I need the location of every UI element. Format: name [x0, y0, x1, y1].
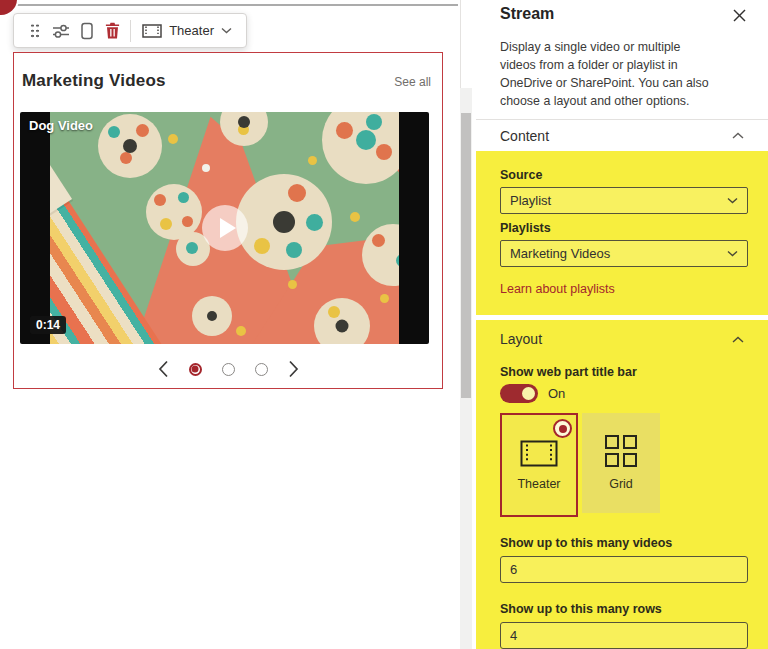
- thumbnail-art-wheel: [192, 296, 232, 336]
- stream-webpart[interactable]: Marketing Videos See all: [13, 52, 443, 389]
- max-videos-label: Show up to this many videos: [500, 536, 748, 550]
- thumbnail-art-dot: [380, 294, 389, 303]
- layout-card-theater[interactable]: Theater: [500, 413, 578, 517]
- max-rows-input[interactable]: [500, 622, 748, 649]
- video-title-overlay: Dog Video: [29, 118, 93, 133]
- close-icon[interactable]: [731, 7, 748, 24]
- title-bar-toggle-row: On: [500, 384, 748, 403]
- title-bar-toggle[interactable]: [500, 384, 538, 403]
- pane-header: Stream: [476, 0, 768, 24]
- toggle-state-label: On: [548, 386, 565, 401]
- layout-dropdown-label: Theater: [169, 23, 214, 38]
- thumbnail-art-wheel: [236, 174, 332, 270]
- pane-description: Display a single video or multiple video…: [476, 38, 730, 110]
- section-header-content[interactable]: Content: [476, 119, 768, 151]
- layout-dropdown-button[interactable]: Theater: [136, 16, 238, 46]
- playlists-dropdown[interactable]: Marketing Videos: [500, 240, 748, 267]
- duplicate-icon[interactable]: [74, 16, 100, 46]
- chevron-down-icon: [727, 197, 738, 204]
- selected-radio-icon: [553, 419, 572, 438]
- edit-properties-icon[interactable]: [48, 16, 74, 46]
- section-content-label: Content: [500, 128, 549, 144]
- thumbnail-art-dot: [202, 164, 210, 172]
- webpart-toolbar: Theater: [13, 13, 247, 48]
- thumbnail-art-dot: [236, 326, 246, 336]
- source-dropdown[interactable]: Playlist: [500, 187, 748, 214]
- grid-layout-icon: [605, 435, 637, 467]
- chevron-right-icon[interactable]: [288, 360, 299, 378]
- layout-option-cards: Theater Grid: [500, 413, 748, 517]
- section-header-layout[interactable]: Layout: [500, 320, 748, 358]
- carousel-dot-selected[interactable]: [189, 363, 202, 376]
- source-dropdown-value: Playlist: [510, 193, 551, 208]
- thumbnail-art-dot: [288, 280, 297, 289]
- title-bar-label: Show web part title bar: [500, 365, 748, 379]
- playlists-label: Playlists: [500, 221, 748, 235]
- source-label: Source: [500, 168, 748, 182]
- playlists-dropdown-value: Marketing Videos: [510, 246, 610, 261]
- layout-card-label: Theater: [517, 477, 560, 491]
- layout-card-grid[interactable]: Grid: [582, 413, 660, 513]
- pane-left-edge: [460, 0, 461, 88]
- max-videos-input[interactable]: [500, 556, 748, 583]
- chevron-down-icon: [727, 250, 738, 257]
- chevron-up-icon[interactable]: [728, 332, 748, 347]
- video-carousel-controls: [14, 351, 442, 387]
- chevron-left-icon[interactable]: [158, 360, 169, 378]
- thumbnail-art-wheel: [98, 114, 162, 178]
- pane-title: Stream: [500, 5, 554, 23]
- property-pane: Stream Display a single video or multipl…: [460, 0, 768, 649]
- video-player[interactable]: Dog Video 0:14: [20, 112, 429, 344]
- carousel-dot[interactable]: [255, 363, 268, 376]
- video-duration-badge: 0:14: [30, 316, 66, 334]
- theater-layout-icon: [142, 24, 162, 38]
- see-all-link[interactable]: See all: [394, 75, 431, 89]
- chevron-down-icon: [221, 27, 232, 34]
- toolbar-divider: [130, 20, 131, 42]
- carousel-dot[interactable]: [222, 363, 235, 376]
- pane-scrollbar-thumb[interactable]: [461, 113, 471, 398]
- chevron-up-icon[interactable]: [728, 128, 748, 143]
- content-section-body: Source Playlist Playlists Marketing Vide…: [476, 151, 768, 315]
- thumbnail-art-dot: [350, 212, 360, 222]
- section-divider-line: [6, 4, 458, 6]
- max-rows-label: Show up to this many rows: [500, 602, 748, 616]
- learn-about-playlists-link[interactable]: Learn about playlists: [500, 282, 615, 296]
- webpart-title-bar: Marketing Videos See all: [14, 53, 442, 103]
- section-layout-label: Layout: [500, 331, 542, 347]
- drag-handle-icon[interactable]: [22, 16, 48, 46]
- pane-scrollbar[interactable]: [460, 88, 472, 649]
- delete-icon[interactable]: [99, 16, 125, 46]
- thumbnail-art-dot: [168, 134, 178, 144]
- toggle-knob: [522, 387, 535, 400]
- webpart-title: Marketing Videos: [22, 71, 166, 91]
- thumbnail-art-dot: [308, 156, 317, 165]
- play-icon[interactable]: [202, 205, 248, 251]
- layout-card-label: Grid: [609, 477, 633, 491]
- layout-section-body: Layout Show web part title bar On: [476, 320, 768, 649]
- theater-layout-icon: [520, 440, 558, 467]
- thumbnail-art-wheel: [322, 112, 399, 184]
- page-canvas: Theater Marketing Videos See all: [0, 0, 460, 649]
